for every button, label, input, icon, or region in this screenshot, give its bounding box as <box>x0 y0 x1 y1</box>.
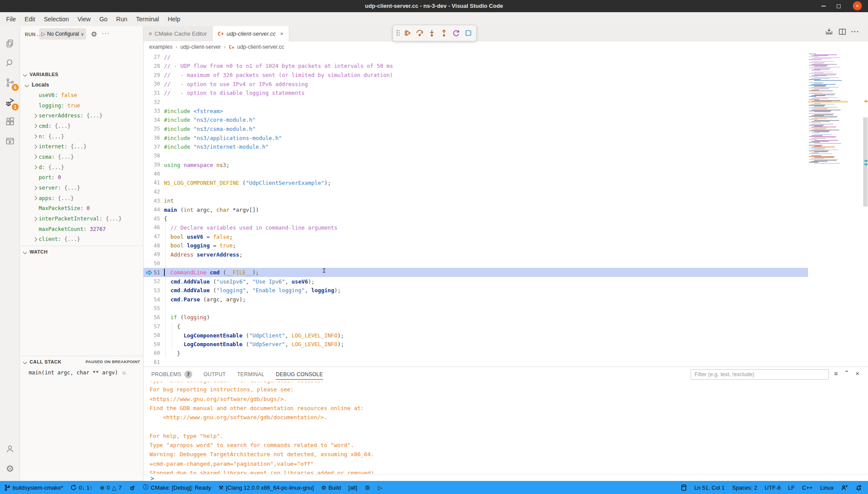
tab-cmake-cache-editor[interactable]: ≡ CMake Cache Editor <box>144 26 213 41</box>
breadcrumb-item[interactable]: udp-client-server <box>180 44 221 50</box>
os-indicator[interactable]: Linux <box>820 484 834 491</box>
restart-button[interactable] <box>452 29 461 37</box>
variable-row[interactable]: internet: {...} <box>20 141 144 152</box>
code-line[interactable]: 40 <box>144 169 808 178</box>
split-editor-icon[interactable] <box>838 27 847 36</box>
encoding[interactable]: UTF-8 <box>765 484 781 491</box>
tab-terminal[interactable]: TERMINAL <box>237 367 264 382</box>
code-line[interactable]: 35#include "ns3/csma-module.h" <box>144 124 808 134</box>
launch-target-button[interactable]: ▷ <box>378 484 382 491</box>
variable-row[interactable]: client: {...} <box>20 234 144 245</box>
locals-scope-row[interactable]: Locals <box>25 80 49 90</box>
code-editor[interactable]: 27//28// - UDP flow from n0 to n1 of 102… <box>144 53 868 367</box>
code-line[interactable]: 57 { <box>144 322 808 331</box>
language-mode[interactable]: C++ <box>802 484 813 491</box>
code-line[interactable]: 44main (int argc, char *argv[]) <box>144 205 808 214</box>
step-into-button[interactable] <box>427 29 436 37</box>
variable-row[interactable]: serverAddress: {...} <box>20 110 144 121</box>
sidebar-item-run-debug[interactable]: 1 <box>0 93 20 112</box>
watch-section-header[interactable]: WATCH <box>20 247 144 257</box>
code-line[interactable]: 47 bool useV6 = false; <box>144 232 808 241</box>
code-line[interactable]: 55 <box>144 304 808 313</box>
code-line[interactable]: 36#include "ns3/applications-module.h" <box>144 134 808 143</box>
code-line[interactable]: 54 cmd.Parse (argc, argv); <box>144 295 808 304</box>
variable-row[interactable]: useV6: false <box>20 90 144 100</box>
scm-status[interactable]: buildsystem-cmake* <box>4 484 63 491</box>
variable-row[interactable]: apps: {...} <box>20 193 144 204</box>
variable-row[interactable]: port: 0 <box>20 173 144 183</box>
notifications-button[interactable] <box>855 484 862 491</box>
menu-edit[interactable]: Edit <box>20 13 40 25</box>
more-actions-icon[interactable]: ··· <box>851 28 859 36</box>
debug-settings-gear[interactable]: ⚙ <box>91 30 97 38</box>
editor-scrollbar[interactable] <box>863 117 868 207</box>
cmake-build-button[interactable]: ⚙ Build <box>321 484 341 491</box>
tab-output[interactable]: OUTPUT <box>204 367 226 382</box>
build-target[interactable]: [all] <box>348 484 357 491</box>
debug-config-dropdown[interactable]: ▷ No Configural ∨ <box>39 28 86 40</box>
code-line[interactable]: 48 bool logging = true; <box>144 241 808 250</box>
minimize-button[interactable] <box>819 2 828 10</box>
code-line[interactable]: 46 // Declare variables used in command-… <box>144 223 808 232</box>
sidebar-item-cmake[interactable] <box>0 132 20 151</box>
close-tab-icon[interactable]: × <box>280 30 284 37</box>
code-line[interactable]: 41NS_LOG_COMPONENT_DEFINE ("UdpClientSer… <box>144 178 808 187</box>
call-stack-frame[interactable]: main(int argc, char ** argv)u. <box>29 368 127 377</box>
menu-view[interactable]: View <box>73 13 95 25</box>
code-line[interactable]: 52 cmd.AddValue ("useIpv6", "Use Ipv6", … <box>144 277 808 286</box>
sidebar-item-search[interactable] <box>0 53 20 73</box>
menu-selection[interactable]: Selection <box>40 13 73 25</box>
menu-run[interactable]: Run <box>112 13 132 25</box>
variable-row[interactable]: d: {...} <box>20 162 144 173</box>
filter-lines-icon[interactable]: ≡ <box>834 370 838 377</box>
variable-row[interactable]: csma: {...} <box>20 152 144 162</box>
sidebar-item-explorer[interactable] <box>0 34 20 53</box>
sync-status[interactable]: 0↓ 1↑ <box>70 484 92 491</box>
accounts-button[interactable] <box>0 439 20 458</box>
variable-row[interactable]: interPacketInterval: {...} <box>20 214 144 224</box>
call-stack-section-header[interactable]: CALL STACK PAUSED ON BREAKPOINT <box>20 357 144 367</box>
menu-file[interactable]: File <box>2 13 20 25</box>
cmake-debug-button[interactable] <box>129 484 136 491</box>
close-window-button[interactable]: × <box>853 1 862 10</box>
code-line[interactable]: 56 if (logging) <box>144 313 808 322</box>
indentation[interactable]: Spaces: 2 <box>732 484 758 491</box>
code-line[interactable]: 32 <box>144 97 808 107</box>
variable-row[interactable]: server: {...} <box>20 183 144 193</box>
debug-console-output[interactable]: Type "show configuration" for configurat… <box>150 382 858 474</box>
code-line[interactable]: 49 Address serverAddress; <box>144 250 808 259</box>
cache-status[interactable] <box>681 484 687 491</box>
cmake-kit[interactable]: ⚒ [Clang 12.0.0 x86_64-pc-linux-gnu] <box>219 484 314 491</box>
code-line[interactable]: 42 <box>144 187 808 197</box>
tab-problems[interactable]: PROBLEMS 7 <box>151 367 192 382</box>
minimap[interactable] <box>808 53 848 367</box>
code-line[interactable]: 50 <box>144 259 808 268</box>
code-line[interactable]: 51 CommandLine cmd (__FILE__); <box>144 268 808 277</box>
code-line[interactable]: 59 LogComponentEnable ("UdpServer", LOG_… <box>144 340 808 349</box>
code-line[interactable]: 58 LogComponentEnable ("UdpClient", LOG_… <box>144 331 808 340</box>
code-line[interactable]: 28// - UDP flow from n0 to n1 of 1024 by… <box>144 62 808 71</box>
code-line[interactable]: 60 } <box>144 349 808 358</box>
maximize-button[interactable] <box>834 2 843 10</box>
code-line[interactable]: 37#include "ns3/internet-module.h" <box>144 142 808 151</box>
breadcrumb-item[interactable]: examples <box>149 44 173 50</box>
sidebar-item-extensions[interactable] <box>0 112 20 131</box>
toolbar-drag-handle[interactable] <box>397 30 400 36</box>
variable-row[interactable]: cmd: {...} <box>20 121 144 131</box>
close-panel-icon[interactable]: × <box>855 370 859 377</box>
tab-debug-console[interactable]: DEBUG CONSOLE <box>276 367 323 382</box>
code-line[interactable]: 53 cmd.AddValue ("logging", "Enable logg… <box>144 286 808 295</box>
code-line[interactable]: 33#include <fstream> <box>144 107 808 116</box>
code-line[interactable]: 34#include "ns3/core-module.h" <box>144 115 808 124</box>
code-line[interactable]: 29// - maximum of 320 packets sent (or l… <box>144 70 808 80</box>
continue-button[interactable] <box>403 29 412 37</box>
cmake-status[interactable]: ⓘ CMake: [Debug]: Ready <box>143 484 211 491</box>
eol-sequence[interactable]: LF <box>788 484 795 491</box>
sidebar-item-source-control[interactable]: 6 <box>0 73 20 92</box>
stop-button[interactable] <box>464 29 473 37</box>
settings-button[interactable]: ⚙ <box>0 459 20 478</box>
cursor-position[interactable]: Ln 51, Col 1 <box>694 484 724 491</box>
problems-status[interactable]: ⊗ 0 △ 7 <box>100 484 121 491</box>
breadcrumb-item[interactable]: udp-client-server.cc <box>237 44 284 50</box>
variable-row[interactable]: n: {...} <box>20 131 144 142</box>
